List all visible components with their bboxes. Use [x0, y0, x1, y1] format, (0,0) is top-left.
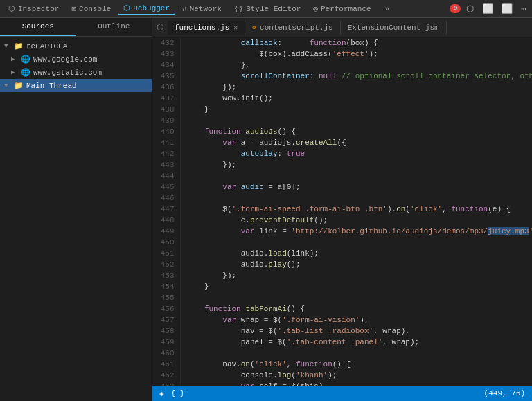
table-row: 452 audio.play();: [152, 259, 532, 270]
cursor-position: (449, 76): [484, 389, 525, 398]
bottom-bar: ◈ { } (449, 76): [152, 386, 532, 401]
line-number: 435: [152, 71, 180, 82]
toolbar-style-editor[interactable]: {} Style Editor: [229, 3, 306, 15]
line-code: audio.play();: [180, 259, 532, 270]
table-row: 433 $(box).addClass('effect');: [152, 48, 532, 60]
tree-item-recaptcha[interactable]: ▼ 📁 reCAPTCHA: [0, 39, 152, 53]
line-code: });: [180, 159, 532, 170]
console-icon: ⊡: [71, 4, 76, 13]
table-row: 437 wow.init();: [152, 93, 532, 104]
line-number: 463: [152, 381, 180, 386]
line-code: e.preventDefault();: [180, 215, 532, 226]
tabs-nav-icon[interactable]: ⬡: [152, 19, 168, 35]
line-code: scrollContainer: null // optional scroll…: [180, 71, 532, 82]
debugger-label: Debugger: [133, 4, 170, 12]
line-number: 449: [152, 226, 180, 237]
table-row: 450: [152, 237, 532, 248]
line-number: 450: [152, 237, 180, 248]
line-number: 441: [152, 137, 180, 148]
functions-js-close[interactable]: ✕: [233, 24, 238, 32]
main-thread-folder-icon: 📁: [14, 81, 24, 90]
table-row: 440 function audioJs() {: [152, 126, 532, 137]
tree-item-main-thread[interactable]: ▼ 📁 Main Thread: [0, 79, 152, 92]
table-row: 444: [152, 170, 532, 181]
more-icon[interactable]: ⋯: [518, 2, 529, 16]
tree-item-google[interactable]: ▶ 🌐 www.google.com: [0, 53, 152, 66]
line-number: 455: [152, 292, 180, 303]
line-number: 461: [152, 359, 180, 370]
table-row: 454 }: [152, 281, 532, 292]
file-tab-contentscript-js[interactable]: ⚙ contentscript.js: [245, 21, 340, 35]
line-number: 460: [152, 348, 180, 359]
toolbar-debugger[interactable]: ⬡ Debugger: [118, 2, 175, 15]
toolbar-inspector[interactable]: ⬡ Inspector: [3, 3, 64, 15]
gstatic-arrow: ▶: [11, 69, 18, 76]
table-row: 438 }: [152, 104, 532, 115]
functions-js-label: functions.js: [175, 24, 229, 32]
google-arrow: ▶: [11, 55, 18, 63]
line-code: function tabFormAi() {: [180, 303, 532, 314]
performance-icon: ◎: [313, 4, 318, 13]
inspector-icon: ⬡: [8, 4, 15, 13]
table-row: 448 e.preventDefault();: [152, 215, 532, 226]
tab-outline[interactable]: Outline: [76, 18, 152, 36]
recaptcha-label: reCAPTCHA: [26, 42, 148, 51]
toolbar-overflow[interactable]: »: [380, 3, 396, 15]
table-row: 459 panel = $('.tab-content .panel', wra…: [152, 337, 532, 348]
line-number: 440: [152, 126, 180, 137]
line-code: var link = 'http://kolber.github.io/audi…: [180, 226, 532, 237]
table-row: 463 var self = $(this),: [152, 381, 532, 386]
line-number: 443: [152, 159, 180, 170]
split-icon[interactable]: ⬜: [479, 2, 496, 16]
line-number: 462: [152, 370, 180, 381]
line-code: callback: function(box) {: [180, 37, 532, 48]
extensioncontent-jsm-label: ExtensionContent.jsm: [348, 24, 439, 32]
line-number: 444: [152, 170, 180, 181]
style-editor-icon: {}: [234, 5, 243, 13]
line-code: [180, 292, 532, 303]
line-code: [180, 193, 532, 204]
toolbar-console[interactable]: ⊡ Console: [66, 3, 116, 15]
performance-label: Performance: [321, 5, 371, 13]
file-tab-functions-js[interactable]: functions.js ✕: [168, 21, 245, 35]
window-icon[interactable]: ⬜: [499, 2, 515, 16]
line-number: 451: [152, 248, 180, 259]
recaptcha-folder-icon: 📁: [14, 42, 24, 51]
line-code: [180, 237, 532, 248]
content-area: ⬡ functions.js ✕ ⚙ contentscript.js Exte…: [152, 18, 532, 401]
inspector-label: Inspector: [18, 5, 59, 13]
main-layout: Sources Outline ▼ 📁 reCAPTCHA ▶ 🌐 www.go…: [0, 18, 532, 401]
tab-sources[interactable]: Sources: [0, 18, 76, 36]
line-number: 446: [152, 193, 180, 204]
toolbar: ⬡ Inspector ⊡ Console ⬡ Debugger ⇄ Netwo…: [0, 0, 532, 18]
sidebar-tree: ▼ 📁 reCAPTCHA ▶ 🌐 www.google.com ▶ 🌐 www…: [0, 37, 152, 401]
file-tabs: ⬡ functions.js ✕ ⚙ contentscript.js Exte…: [152, 18, 532, 37]
table-row: 445 var audio = a[0];: [152, 181, 532, 193]
tree-item-gstatic[interactable]: ▶ 🌐 www.gstatic.com: [0, 66, 152, 79]
line-code: }: [180, 281, 532, 292]
contentscript-js-label: contentscript.js: [260, 24, 333, 32]
google-globe-icon: 🌐: [21, 55, 30, 64]
gstatic-label: www.gstatic.com: [33, 69, 148, 77]
line-number: 447: [152, 204, 180, 215]
table-row: 456 function tabFormAi() {: [152, 303, 532, 314]
file-tab-extensioncontent-jsm[interactable]: ExtensionContent.jsm: [341, 21, 447, 35]
table-row: 457 var wrap = $('.form-ai-vision'),: [152, 314, 532, 326]
line-code: [180, 170, 532, 181]
toolbar-network[interactable]: ⇄ Network: [177, 3, 227, 15]
line-code: nav.on('click', function() {: [180, 359, 532, 370]
line-code: var self = $(this),: [180, 381, 532, 386]
code-editor[interactable]: 432 callback: function(box) {433 $(box).…: [152, 37, 532, 386]
table-row: 458 nav = $('.tab-list .radiobox', wrap)…: [152, 326, 532, 337]
main-thread-arrow: ▼: [4, 82, 11, 89]
table-row: 446: [152, 193, 532, 204]
style-editor-label: Style Editor: [246, 5, 301, 13]
toolbar-performance[interactable]: ◎ Performance: [308, 3, 376, 15]
line-code: panel = $('.tab-content .panel', wrap);: [180, 337, 532, 348]
bottom-icon: ◈: [159, 389, 164, 398]
table-row: 447 $('.form-ai-speed .form-ai-btn .btn'…: [152, 204, 532, 215]
dock-icon[interactable]: ⬡: [463, 2, 477, 16]
line-number: 456: [152, 303, 180, 314]
toolbar-right-icons: 9 ⬡ ⬜ ⬜ ⋯: [450, 2, 529, 16]
table-row: 455: [152, 292, 532, 303]
